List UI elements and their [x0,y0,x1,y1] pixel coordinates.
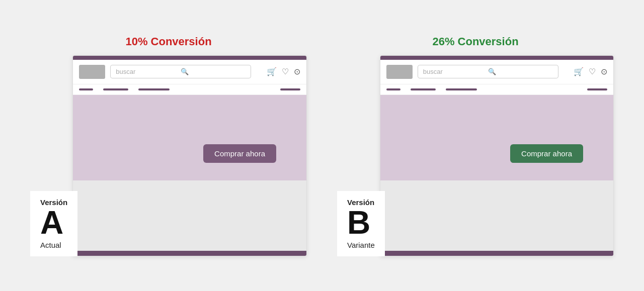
menu-item-b-right [587,88,607,90]
content-area-b [380,180,613,251]
menu-item-b-2 [411,88,436,90]
navbar-a: buscar 🔍 🛒 ♡ ⊙ [73,60,306,84]
cta-button-a[interactable]: Comprar ahora [203,144,276,163]
menu-item-b-1 [386,88,400,90]
logo-a [79,65,105,79]
menu-item-b-3 [446,88,477,90]
menu-item-a-right [280,88,300,90]
menu-item-a-2 [103,88,128,90]
version-b-letter: B [347,207,370,239]
wishlist-icon-b[interactable]: ♡ [589,67,596,76]
search-icon-b: 🔍 [488,68,553,75]
hero-b: Comprar ahora [380,95,613,180]
browser-topbar-b [380,56,613,60]
search-bar-b[interactable]: buscar 🔍 [418,65,558,78]
content-area-a [73,180,306,251]
wishlist-icon-a[interactable]: ♡ [282,67,289,76]
version-a-label: Versión A Actual [30,191,77,256]
version-b-sub: Variante [347,241,375,249]
search-placeholder-b: buscar [423,68,488,75]
search-bar-a[interactable]: buscar 🔍 [110,65,251,78]
browser-bottombar-b [380,251,613,256]
version-b-block: 26% Conversión Versión B Variante buscar… [337,35,614,256]
browser-bottombar-a [73,251,306,256]
menu-bar-b [380,84,613,95]
version-b-label: Versión B Variante [337,191,385,256]
version-a-sub: Actual [40,241,61,249]
search-placeholder-a: buscar [116,68,181,75]
account-icon-a[interactable]: ⊙ [294,67,300,76]
conversion-label-a: 10% Conversión [125,35,211,48]
cta-button-b[interactable]: Comprar ahora [510,144,583,163]
search-icon-a: 🔍 [181,68,246,75]
menu-bar-a [73,84,306,95]
conversion-label-b: 26% Conversión [432,35,518,48]
main-container: 10% Conversión Versión A Actual buscar 🔍… [0,25,644,266]
nav-icons-a: 🛒 ♡ ⊙ [267,67,300,76]
nav-icons-b: 🛒 ♡ ⊙ [574,67,607,76]
hero-a: Comprar ahora [73,95,306,180]
menu-item-a-1 [79,88,93,90]
menu-item-a-3 [138,88,170,90]
browser-topbar-a [73,56,306,60]
version-a-block: 10% Conversión Versión A Actual buscar 🔍… [30,35,307,256]
navbar-b: buscar 🔍 🛒 ♡ ⊙ [380,60,613,84]
version-a-letter: A [40,207,63,239]
account-icon-b[interactable]: ⊙ [601,67,607,76]
browser-mockup-b: buscar 🔍 🛒 ♡ ⊙ Comprar ahor [380,55,614,256]
cart-icon-a[interactable]: 🛒 [267,67,277,76]
browser-mockup-a: buscar 🔍 🛒 ♡ ⊙ Comprar ahor [72,55,307,256]
cart-icon-b[interactable]: 🛒 [574,67,584,76]
logo-b [386,65,413,79]
